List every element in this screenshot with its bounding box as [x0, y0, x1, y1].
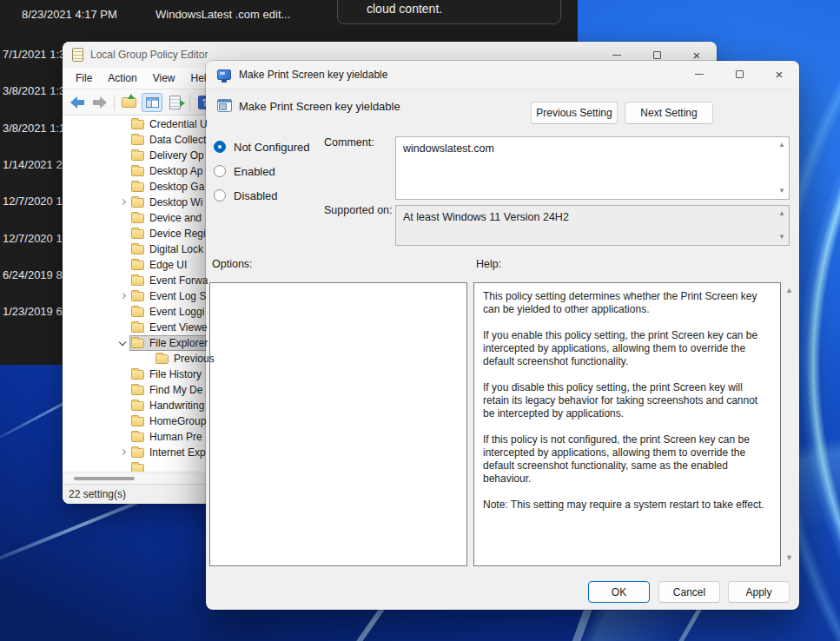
folder-icon	[131, 276, 144, 286]
chevron-right-icon[interactable]	[118, 447, 129, 458]
folder-icon	[131, 135, 144, 145]
forward-icon[interactable]	[91, 96, 107, 109]
gpedit-app-icon	[72, 48, 83, 62]
scroll-down-icon[interactable]: ▼	[785, 554, 793, 562]
tree-item-label: Delivery Op	[149, 149, 204, 162]
radio-icon[interactable]	[214, 165, 226, 177]
maximize-button[interactable]	[719, 61, 759, 88]
folder-icon	[131, 339, 144, 348]
tree-item-label: Event Forwa	[149, 274, 208, 287]
tree-item-label: Credential U	[149, 118, 208, 130]
radio-enabled[interactable]: Enabled	[214, 164, 275, 178]
folder-icon	[131, 214, 144, 223]
tree-item-label: Event Viewe	[149, 321, 208, 334]
bg-date: 1/23/2019 6:	[3, 305, 63, 318]
tree-item-label: Human Pre	[149, 431, 202, 443]
folder-icon	[131, 182, 144, 192]
bg-dates-column: 7/1/2021 1:33/8/2021 1:33/8/2021 1:1:1/1…	[0, 0, 63, 365]
bg-date: 12/7/2020 12	[3, 195, 63, 208]
scroll-down-icon[interactable]: ▼	[778, 234, 785, 241]
chevron-placeholder	[118, 432, 129, 442]
close-icon: ×	[693, 49, 701, 62]
chevron-placeholder	[118, 119, 129, 129]
apply-button[interactable]: Apply	[728, 581, 790, 603]
chevron-right-icon[interactable]	[118, 291, 129, 301]
menu-view[interactable]: View	[145, 69, 183, 87]
folder-icon	[131, 120, 144, 129]
bg-date: 1/14/2021 2:4	[3, 158, 63, 171]
radio-disabled[interactable]: Disabled	[214, 188, 278, 202]
policy-setting-name: Make Print Screen key yieldable	[239, 100, 400, 113]
up-one-level-icon[interactable]	[122, 97, 136, 108]
chevron-placeholder	[118, 369, 129, 380]
tooltip-box: cloud content.	[337, 0, 561, 24]
chevron-placeholder	[118, 213, 129, 223]
next-setting-button[interactable]: Next Setting	[625, 102, 713, 124]
chevron-placeholder	[118, 135, 129, 145]
chevron-down-icon[interactable]	[118, 338, 129, 348]
tree-item-label: Internet Exp	[149, 446, 206, 459]
help-label: Help:	[476, 258, 501, 270]
folder-icon	[131, 323, 144, 333]
scrollbar-thumb[interactable]	[74, 477, 135, 480]
chevron-right-icon[interactable]	[118, 197, 129, 208]
tree-item-label: Device and	[149, 212, 202, 224]
folder-icon	[131, 370, 144, 380]
help-panel: This policy setting determines whether t…	[473, 282, 781, 566]
dialog-titlebar[interactable]: Make Print Screen key yieldable ×	[206, 61, 799, 89]
folder-icon	[131, 386, 144, 395]
tree-item-label: Find My De	[149, 384, 202, 396]
folder-icon	[131, 198, 144, 208]
supported-on-value: At least Windows 11 Version 24H2	[403, 211, 569, 223]
options-panel	[209, 282, 467, 566]
scroll-up-icon[interactable]: ▲	[778, 142, 785, 149]
radio-icon[interactable]	[214, 189, 226, 202]
maximize-icon	[653, 51, 661, 59]
chevron-placeholder	[118, 400, 129, 411]
folder-icon	[131, 292, 144, 301]
tree-item-label: Event Loggi	[149, 306, 204, 318]
cancel-button[interactable]: Cancel	[658, 581, 720, 603]
export-list-icon[interactable]	[169, 96, 181, 109]
back-icon[interactable]	[70, 96, 86, 109]
tree-item-label: HomeGroup	[149, 415, 206, 427]
tooltip-text: cloud content.	[367, 2, 442, 16]
folder-icon	[131, 307, 144, 317]
bg-date: 6/24/2019 8	[3, 268, 63, 281]
tree-item-label: Desktop Ga	[149, 181, 204, 193]
radio-not-configured[interactable]: Not Configured	[214, 140, 309, 154]
chevron-placeholder	[118, 150, 129, 161]
bg-date: 3/8/2021 1:1:	[3, 122, 63, 135]
tree-item-label: Desktop Ap	[149, 165, 202, 177]
comment-field[interactable]: windowslatest.com ▲ ▼	[395, 136, 790, 200]
minimize-button[interactable]	[679, 61, 719, 88]
scroll-up-icon[interactable]: ▲	[778, 210, 785, 217]
folder-icon	[155, 354, 169, 364]
policy-dialog: Make Print Screen key yieldable × Make P…	[206, 61, 799, 610]
folder-icon	[131, 401, 144, 411]
radio-selected-icon[interactable]	[214, 141, 226, 153]
folder-icon	[131, 245, 144, 254]
previous-setting-button[interactable]: Previous Setting	[531, 102, 618, 124]
menu-action[interactable]: Action	[100, 69, 144, 87]
tree-item-label: Data Collect	[149, 134, 206, 146]
policy-setting-icon	[217, 99, 232, 112]
tree-item-label: Event Log S	[149, 290, 206, 302]
ok-button[interactable]: OK	[588, 581, 650, 603]
menu-file[interactable]: File	[68, 69, 100, 87]
radio-label: Enabled	[234, 165, 275, 178]
scroll-up-icon[interactable]: ▲	[785, 287, 793, 294]
chevron-placeholder	[142, 354, 153, 364]
tree-item-label: Handwriting	[149, 400, 204, 412]
show-console-tree-icon[interactable]	[142, 93, 162, 112]
bg-date: 7/1/2021 1:3	[3, 48, 63, 61]
chevron-placeholder	[118, 463, 129, 472]
close-button[interactable]: ×	[759, 61, 799, 88]
tree-item-label: Previous	[174, 353, 215, 365]
radio-label: Not Configured	[234, 141, 309, 154]
help-paragraph: This policy setting determines whether t…	[483, 290, 771, 316]
scroll-down-icon[interactable]: ▼	[778, 188, 785, 195]
help-paragraph: If you disable this policy setting, the …	[483, 381, 771, 420]
file-timestamp: 8/23/2021 4:17 PM	[22, 8, 117, 21]
folder-icon	[131, 464, 144, 472]
